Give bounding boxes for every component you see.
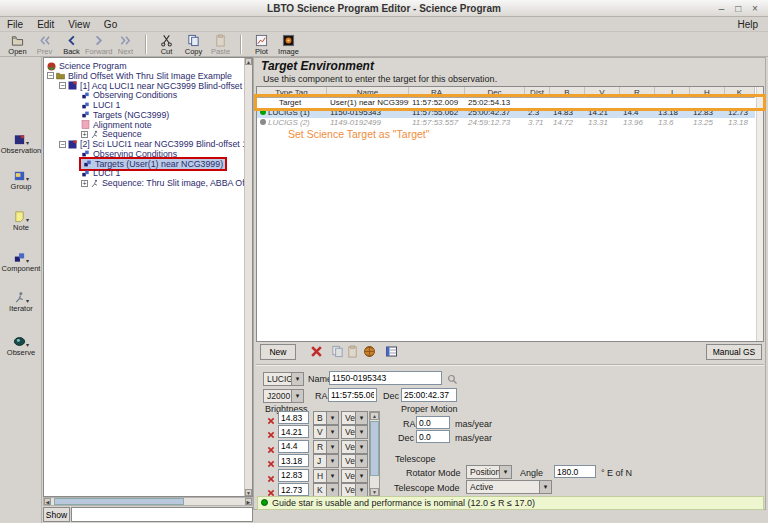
band-select[interactable]: J	[313, 454, 339, 468]
name-input[interactable]	[329, 371, 442, 385]
tree-item-content[interactable]: Blind Offset With Thru Slit Image Exampl…	[56, 71, 232, 81]
expand-icon[interactable]: +	[81, 180, 88, 187]
remove-target-button[interactable]	[308, 345, 324, 360]
table-cell-k[interactable]	[725, 98, 755, 108]
table-cell-v[interactable]: 13.31	[585, 118, 620, 128]
remove-brightness-button[interactable]	[266, 413, 276, 423]
scroll-left-icon[interactable]: ◀	[44, 498, 51, 505]
table-cell-ra[interactable]: 11:57:53.557	[409, 118, 465, 128]
telescope-mode-select[interactable]: Active	[466, 480, 552, 494]
tree-item[interactable]: Targets (NGC3999)	[81, 110, 169, 120]
scroll-down-icon[interactable]: ▼	[370, 488, 379, 496]
table-cell-h[interactable]	[690, 98, 725, 108]
remove-brightness-button[interactable]	[266, 442, 276, 452]
paste-target-button[interactable]	[344, 345, 360, 360]
table-cell-b[interactable]	[550, 98, 585, 108]
column-header-r[interactable]: R	[620, 87, 655, 98]
remove-brightness-button[interactable]	[266, 427, 276, 437]
band-select[interactable]: V	[313, 425, 339, 439]
tree-item[interactable]: LUCI 1	[81, 168, 120, 178]
column-header-b[interactable]: B	[550, 87, 585, 98]
tree-item-content[interactable]: Targets (User(1) near NCG3999)	[81, 159, 225, 169]
rotator-mode-select[interactable]: Position	[466, 465, 512, 479]
table-cell-dist[interactable]: 2.3	[525, 108, 550, 118]
tree-horizontal-scrollbar[interactable]: ◀ ▶	[43, 497, 253, 506]
magnitude-system-select[interactable]: Vega	[341, 425, 368, 439]
magnitude-system-select[interactable]: Vega	[341, 411, 368, 425]
table-cell-ra[interactable]: 11:57:55.062	[409, 108, 465, 118]
brightness-value-input[interactable]	[278, 411, 309, 424]
table-cell-b[interactable]: 14.83	[550, 108, 585, 118]
minimize-button[interactable]: –	[714, 0, 728, 17]
table-cell-type_tag[interactable]: LUCIGS (2)	[257, 118, 327, 128]
table-cell-dec[interactable]: 25:00:42.37	[465, 108, 525, 118]
menu-view[interactable]: View	[61, 18, 97, 31]
toolbar-button-open[interactable]: Open	[4, 34, 31, 56]
column-header-h[interactable]: H	[690, 87, 725, 98]
remove-brightness-button[interactable]	[266, 485, 276, 495]
tree-vertical-scrollbar[interactable]: ▲ ▼	[244, 58, 252, 496]
table-cell-v[interactable]: 14.21	[585, 108, 620, 118]
palette-group-button[interactable]: ▾Group	[0, 169, 42, 191]
band-select[interactable]: R	[313, 440, 339, 454]
dec-input[interactable]	[401, 388, 457, 402]
scroll-right-icon[interactable]: ▶	[245, 498, 252, 505]
toolbar-button-cut[interactable]: Cut	[153, 34, 180, 56]
band-select[interactable]: H	[313, 469, 339, 483]
palette-iterator-button[interactable]: ▾Iterator	[0, 291, 42, 313]
tree-item-content[interactable]: Observing Conditions	[81, 149, 177, 159]
table-cell-r[interactable]: 13.96	[620, 118, 655, 128]
toolbar-button-plot[interactable]: Plot	[248, 34, 275, 56]
fetch-catalog-button[interactable]	[361, 345, 377, 360]
band-select[interactable]: B	[313, 411, 339, 425]
new-target-button[interactable]: New	[260, 344, 296, 360]
magnitude-system-select[interactable]: Vega	[341, 483, 368, 497]
palette-component-button[interactable]: ▾Component	[0, 251, 42, 273]
table-cell-r[interactable]: 14.4	[620, 108, 655, 118]
brightness-scrollbar[interactable]: ▲ ▼	[369, 411, 380, 497]
target-list-button[interactable]	[383, 345, 399, 360]
table-cell-v[interactable]	[585, 98, 620, 108]
table-scrollbar[interactable]	[756, 87, 763, 341]
ra-input[interactable]	[328, 388, 377, 402]
column-header-dec[interactable]: Dec	[465, 87, 525, 98]
tree-item-content[interactable]: Science Program	[47, 61, 126, 71]
menu-edit[interactable]: Edit	[30, 18, 61, 31]
expand-icon[interactable]: +	[81, 131, 88, 138]
table-cell-type_tag[interactable]: Target	[257, 98, 327, 108]
column-header-i[interactable]: I	[655, 87, 690, 98]
angle-input[interactable]	[554, 465, 596, 478]
table-cell-name[interactable]: 1149-0192499	[327, 118, 409, 128]
column-header-k[interactable]: K	[725, 87, 755, 98]
menu-go[interactable]: Go	[97, 18, 124, 31]
table-cell-h[interactable]: 12.83	[690, 108, 725, 118]
tree-item[interactable]: Science Program	[47, 61, 126, 71]
tree-item-content[interactable]: Alignment note	[81, 120, 152, 130]
toolbar-button-copy[interactable]: Copy	[180, 34, 207, 56]
manual-gs-button[interactable]: Manual GS	[706, 344, 762, 360]
brightness-value-input[interactable]	[278, 483, 309, 496]
name-search-button[interactable]	[447, 373, 458, 388]
column-header-dist[interactable]: Dist	[525, 87, 550, 98]
tree-item[interactable]: −Blind Offset With Thru Slit Image Examp…	[47, 71, 232, 81]
table-cell-i[interactable]	[655, 98, 690, 108]
toolbar-button-back[interactable]: Back	[58, 34, 85, 56]
tree-item[interactable]: −[1] Acq LUCI1 near NGC3999 Blind-offset…	[59, 81, 253, 91]
tree-item[interactable]: +Sequence	[81, 129, 142, 139]
scroll-up-icon[interactable]: ▲	[245, 58, 252, 65]
pm-dec-input[interactable]	[416, 430, 450, 443]
tree-item[interactable]: LUCI 1	[81, 100, 120, 110]
table-cell-k[interactable]: 13.18	[725, 118, 755, 128]
tree-item[interactable]: Observing Conditions	[81, 90, 177, 100]
target-type-select[interactable]: LUCIGS	[263, 372, 304, 386]
menu-help[interactable]: Help	[733, 19, 762, 30]
table-cell-k[interactable]: 12.73	[725, 108, 755, 118]
column-header-ra[interactable]: RA	[409, 87, 465, 98]
magnitude-system-select[interactable]: Vega	[341, 469, 368, 483]
brightness-value-input[interactable]	[278, 440, 309, 453]
table-cell-b[interactable]: 14.72	[550, 118, 585, 128]
show-input[interactable]	[71, 507, 253, 522]
brightness-value-input[interactable]	[278, 425, 309, 438]
column-header-v[interactable]: V	[585, 87, 620, 98]
tree-item[interactable]: −[2] Sci LUCI1 near NGC3999 Blind-offset…	[59, 139, 253, 149]
